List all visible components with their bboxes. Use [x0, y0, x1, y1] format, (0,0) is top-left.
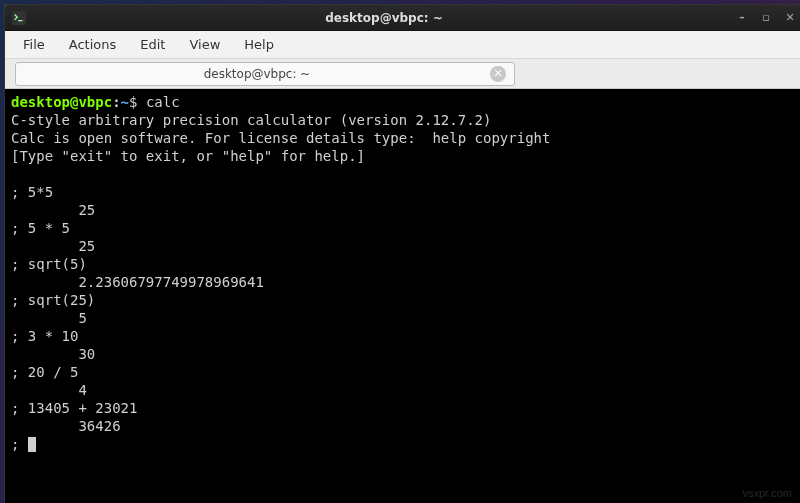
close-button[interactable]: ✕: [783, 11, 797, 25]
svg-rect-0: [12, 11, 26, 25]
calc-input: ; 3 * 10: [11, 328, 78, 344]
calc-output: 25: [11, 238, 95, 254]
calc-input: ; sqrt(25): [11, 292, 95, 308]
terminal-window: desktop@vbpc: ~ – ▫ ✕ File Actions Edit …: [4, 4, 800, 503]
tab-close-icon[interactable]: ✕: [490, 66, 506, 82]
prompt-path: ~: [121, 94, 129, 110]
calc-input: ; 20 / 5: [11, 364, 78, 380]
terminal-icon: [11, 10, 27, 26]
calc-banner-line: C-style arbitrary precision calculator (…: [11, 112, 491, 128]
calc-banner-line: [Type "exit" to exit, or "help" for help…: [11, 148, 365, 164]
calc-output: 36426: [11, 418, 121, 434]
maximize-button[interactable]: ▫: [759, 11, 773, 25]
terminal-pane[interactable]: desktop@vbpc:~$ calc C-style arbitrary p…: [5, 89, 800, 503]
prompt-symbol: $: [129, 94, 137, 110]
prompt-userhost: desktop@vbpc: [11, 94, 112, 110]
calc-output: 4: [11, 382, 87, 398]
cmd-calc: calc: [146, 94, 180, 110]
tab-terminal[interactable]: desktop@vbpc: ~ ✕: [15, 62, 515, 86]
calc-output: 30: [11, 346, 95, 362]
window-title: desktop@vbpc: ~: [33, 11, 735, 25]
calc-input: ; 13405 + 23021: [11, 400, 137, 416]
menu-view[interactable]: View: [179, 33, 230, 56]
prompt-colon: :: [112, 94, 120, 110]
tabbar: desktop@vbpc: ~ ✕: [5, 59, 800, 89]
menu-file[interactable]: File: [13, 33, 55, 56]
calc-input: ; 5*5: [11, 184, 53, 200]
calc-input: ; sqrt(5): [11, 256, 87, 272]
menu-edit[interactable]: Edit: [130, 33, 175, 56]
menu-help[interactable]: Help: [234, 33, 284, 56]
cursor: [28, 437, 36, 452]
menubar: File Actions Edit View Help: [5, 31, 800, 59]
tab-title: desktop@vbpc: ~: [24, 67, 490, 81]
menu-actions[interactable]: Actions: [59, 33, 127, 56]
titlebar[interactable]: desktop@vbpc: ~ – ▫ ✕: [5, 5, 800, 31]
minimize-button[interactable]: –: [735, 11, 749, 25]
calc-banner-line: Calc is open software. For license detai…: [11, 130, 550, 146]
calc-prompt: ;: [11, 436, 28, 452]
calc-output: 2.23606797749978969641: [11, 274, 264, 290]
calc-input: ; 5 * 5: [11, 220, 70, 236]
calc-output: 5: [11, 310, 87, 326]
calc-output: 25: [11, 202, 95, 218]
